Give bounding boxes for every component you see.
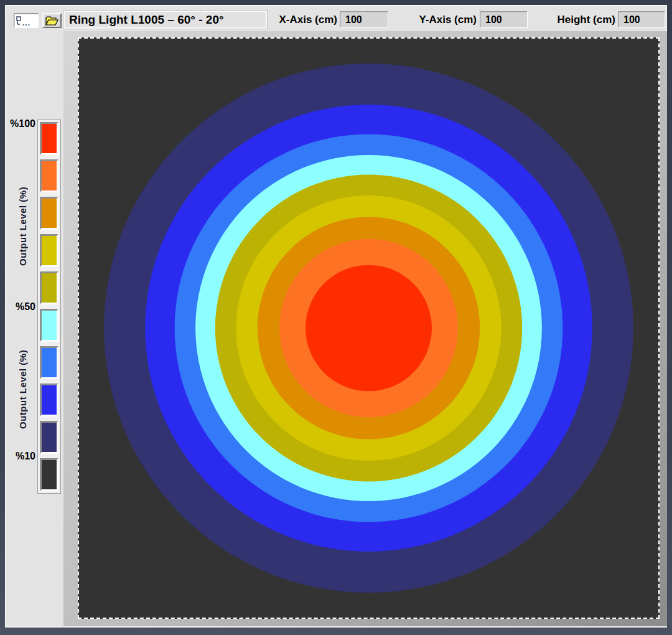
height-label: Height (cm) bbox=[547, 12, 615, 27]
intensity-ring bbox=[306, 265, 432, 392]
open-folder-icon bbox=[45, 16, 58, 26]
legend-swatch bbox=[40, 159, 58, 192]
file-path-control[interactable]: ... bbox=[14, 13, 39, 28]
legend-swatch bbox=[40, 271, 58, 304]
legend-swatch bbox=[40, 309, 58, 342]
legend-color-scale bbox=[37, 120, 61, 494]
legend-swatch bbox=[40, 383, 58, 416]
app-window: ... Ring Light L1005 – 60° - 20° X-Axis … bbox=[0, 0, 672, 635]
light-model-title: Ring Light L1005 – 60° - 20° bbox=[63, 11, 267, 29]
legend-tick-50: %50 bbox=[6, 301, 35, 312]
legend-swatch bbox=[40, 122, 58, 155]
x-axis-field[interactable]: 100 bbox=[340, 11, 388, 28]
plot-frame bbox=[63, 31, 667, 626]
legend-swatch bbox=[40, 458, 58, 491]
window-content: ... Ring Light L1005 – 60° - 20° X-Axis … bbox=[5, 5, 667, 628]
path-icon bbox=[16, 16, 22, 26]
legend-swatch bbox=[40, 421, 58, 454]
intensity-plot bbox=[78, 37, 660, 619]
path-value: ... bbox=[22, 20, 30, 26]
legend-swatch bbox=[40, 234, 58, 267]
output-level-axis-label-lower: Output Level (%) bbox=[17, 342, 32, 436]
x-axis-label: X-Axis (cm) bbox=[269, 12, 337, 27]
y-axis-label: Y-Axis (cm) bbox=[408, 12, 477, 27]
intensity-plot-canvas bbox=[79, 39, 658, 618]
height-field[interactable]: 100 bbox=[618, 11, 665, 28]
output-level-axis-label-upper: Output Level (%) bbox=[17, 179, 32, 273]
legend-swatch bbox=[40, 197, 58, 230]
legend-swatch bbox=[40, 346, 58, 379]
y-axis-field[interactable]: 100 bbox=[480, 11, 528, 28]
legend-tick-10: %10 bbox=[6, 451, 35, 461]
browse-folder-button[interactable] bbox=[42, 13, 62, 28]
legend-tick-100: %100 bbox=[6, 118, 35, 129]
